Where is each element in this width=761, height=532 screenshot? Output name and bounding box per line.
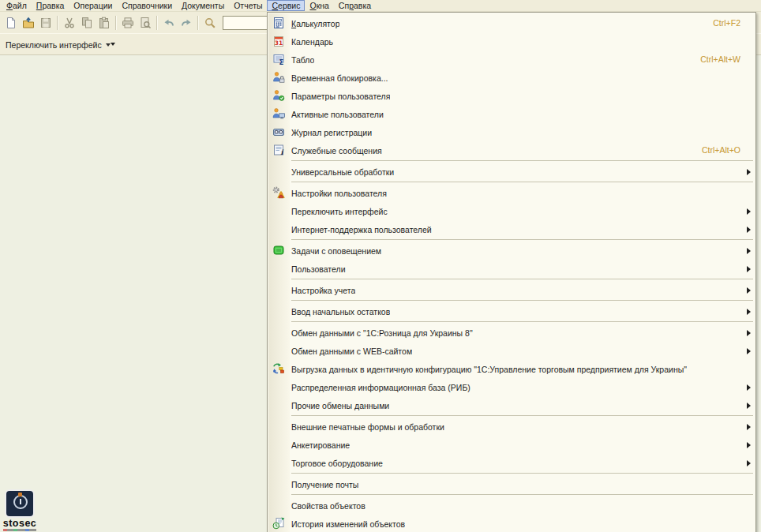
chevron-down-icon — [106, 43, 111, 47]
menu-item[interactable]: Интернет-поддержка пользователей — [268, 220, 755, 238]
menubar-item-5[interactable]: Документы — [177, 0, 229, 11]
menu-item-label: Свойства объектов — [291, 501, 366, 511]
paste-button[interactable] — [96, 14, 113, 32]
menu-item-label: Настройки пользователя — [291, 189, 387, 198]
toolbar-separator — [156, 16, 158, 30]
find-icon — [204, 17, 216, 29]
submenu-arrow-icon — [747, 424, 751, 430]
menu-item[interactable]: Свойства объектов — [268, 496, 755, 515]
paste-icon — [98, 17, 111, 29]
submenu-arrow-icon — [747, 330, 751, 336]
menu-item[interactable]: Настройка учета — [268, 281, 755, 299]
menu-item[interactable]: Настройки пользователя — [268, 184, 755, 202]
menu-item[interactable]: Анкетирование — [268, 436, 755, 454]
menu-item[interactable]: Обмен данными с "1С:Розница для Украины … — [268, 324, 755, 342]
data-export-icon — [272, 362, 285, 375]
chevron-down-icon — [111, 43, 115, 55]
menu-item[interactable]: Прочие обмены данными — [268, 396, 755, 414]
tablo-icon: Σ — [272, 53, 285, 66]
menu-item[interactable]: КалькуляторCtrl+F2 — [268, 14, 755, 32]
menu-item[interactable]: Торговое оборудование — [268, 454, 755, 472]
stosec-logo-icon — [5, 489, 35, 518]
menu-item-label: Ввод начальных остатков — [291, 307, 390, 317]
menu-item-label: Получение почты — [291, 480, 358, 489]
find-button[interactable] — [201, 14, 219, 32]
desktop-shortcut-stosec[interactable]: stosec — [2, 489, 38, 531]
menu-item[interactable]: Переключить интерфейс — [268, 202, 755, 220]
cut-button[interactable] — [61, 14, 78, 32]
menu-item-label: Параметры пользователя — [291, 92, 390, 101]
active-users-icon — [272, 107, 285, 120]
menu-item[interactable]: Журнал регистрации — [268, 123, 755, 141]
menubar-item-1[interactable]: Файл — [2, 0, 32, 11]
new-document-icon — [5, 17, 17, 29]
menu-item-label: Внешние печатные формы и обработки — [291, 422, 444, 432]
menubar-item-9[interactable]: Справка — [334, 0, 376, 11]
menubar-item-4[interactable]: Справочники — [117, 0, 177, 11]
menu-item-label: Распределенная информационная база (РИБ) — [291, 383, 470, 392]
redo-button[interactable] — [178, 14, 195, 32]
menu-item[interactable]: Пользователи — [268, 260, 755, 278]
menu-item-shortcut: Ctrl+Alt+O — [702, 141, 740, 159]
menu-item[interactable]: Внешние печатные формы и обработки — [268, 418, 755, 436]
submenu-arrow-icon — [747, 348, 751, 354]
submenu-arrow-icon — [747, 460, 751, 466]
menu-item[interactable]: 31Календарь — [268, 32, 755, 51]
save-button[interactable] — [37, 14, 54, 32]
registration-journal-icon — [272, 126, 285, 138]
print-button[interactable] — [119, 14, 137, 32]
toolbar-overflow-button[interactable] — [111, 46, 115, 55]
submenu-arrow-icon — [747, 169, 751, 175]
new-document-button[interactable] — [2, 14, 20, 32]
menu-item[interactable]: Универсальные обработки — [268, 163, 755, 181]
menubar-item-6[interactable]: Отчеты — [229, 0, 267, 11]
submenu-arrow-icon — [747, 309, 751, 315]
open-folder-icon — [22, 17, 35, 29]
menu-item[interactable]: Распределенная информационная база (РИБ) — [268, 378, 755, 396]
menu-item-label: Обмен данными с WEB-сайтом — [291, 347, 412, 356]
menu-item[interactable]: Активные пользователи — [268, 105, 755, 123]
menubar-item-8[interactable]: Окна — [305, 0, 333, 11]
undo-button[interactable] — [160, 14, 178, 32]
toolbar-separator — [57, 16, 58, 30]
svg-text:i: i — [280, 148, 284, 156]
user-params-icon — [272, 89, 285, 102]
menu-item-label: Интернет-поддержка пользователей — [291, 225, 432, 234]
print-preview-icon — [139, 17, 152, 29]
menu-item[interactable]: Ввод начальных остатков — [268, 302, 755, 320]
menu-item-label: История изменений объектов — [291, 519, 405, 529]
menu-item[interactable]: ΣТаблоCtrl+Alt+W — [268, 51, 755, 69]
menu-item-label: Календарь — [291, 37, 333, 47]
menu-item[interactable]: Выгрузка данных в идентичную конфигураци… — [268, 360, 755, 378]
menu-item-label: Выгрузка данных в идентичную конфигураци… — [291, 365, 687, 374]
menu-item[interactable]: Временная блокировка... — [268, 69, 755, 87]
menu-item[interactable]: iСлужебные сообщенияCtrl+Alt+O — [268, 141, 755, 159]
menu-item-label: Торговое оборудование — [291, 459, 383, 468]
submenu-arrow-icon — [747, 403, 751, 409]
menu-item[interactable]: Задачи с оповещением — [268, 242, 755, 260]
submenu-arrow-icon — [747, 266, 751, 272]
menubar-item-7[interactable]: Сервис — [267, 0, 305, 11]
open-folder-button[interactable] — [20, 14, 37, 32]
print-preview-button[interactable] — [137, 14, 154, 32]
menu-item[interactable]: Параметры пользователя — [268, 87, 755, 105]
menubar-item-3[interactable]: Операции — [69, 0, 117, 11]
switch-interface-button[interactable]: Переключить интерфейс — [3, 38, 113, 52]
menu-item[interactable]: Обмен данными с WEB-сайтом — [268, 342, 755, 360]
copy-button[interactable] — [78, 14, 96, 32]
menu-item-label: Обмен данными с "1С:Розница для Украины … — [291, 328, 473, 338]
desktop-shortcut-subtext — [3, 529, 36, 531]
submenu-arrow-icon — [747, 442, 751, 448]
service-menu-popup: КалькуляторCtrl+F231КалендарьΣТаблоCtrl+… — [267, 12, 756, 532]
menu-item-label: Журнал регистрации — [291, 128, 372, 137]
desktop-shortcut-label: stosec — [2, 519, 38, 528]
submenu-arrow-icon — [747, 208, 751, 215]
menu-item[interactable]: Получение почты — [268, 475, 755, 493]
menu-item-label: Служебные сообщения — [291, 146, 382, 155]
svg-text:31: 31 — [275, 39, 283, 47]
submenu-arrow-icon — [747, 384, 751, 391]
menu-item[interactable]: История изменений объектов — [268, 515, 755, 532]
menubar-item-2[interactable]: Правка — [32, 0, 69, 11]
user-settings-icon — [272, 186, 285, 199]
menu-item-label: Переключить интерфейс — [291, 207, 388, 216]
